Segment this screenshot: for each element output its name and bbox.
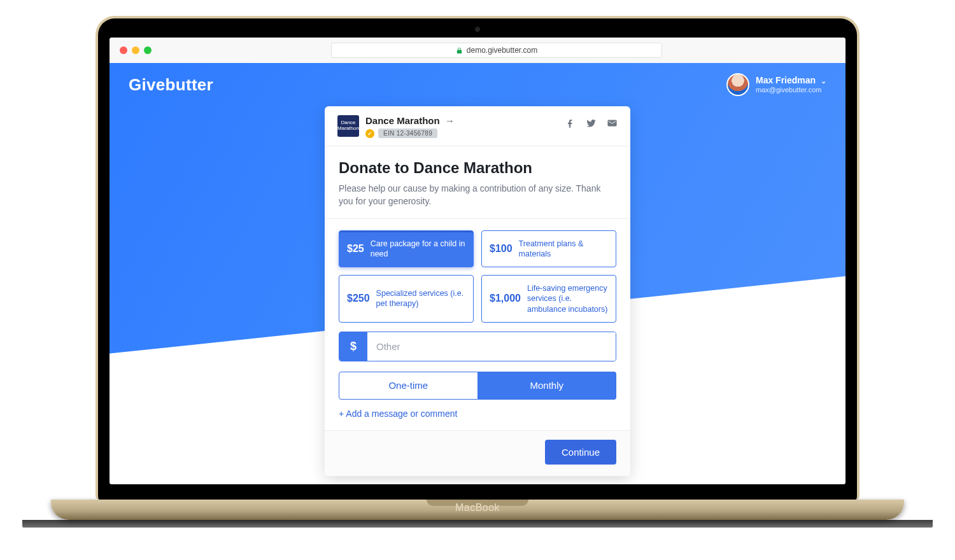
traffic-lights — [120, 46, 152, 54]
form-subtitle: Please help our cause by making a contri… — [339, 182, 616, 208]
avatar — [726, 73, 749, 96]
add-message-link[interactable]: + Add a message or comment — [325, 409, 630, 430]
laptop-frame: demo.givebutter.com Givebutter Max Fr — [96, 16, 860, 500]
twitter-icon[interactable] — [586, 118, 597, 130]
donation-card: Dance Marathon Dance Marathon → EIN 12-3… — [325, 106, 630, 476]
user-menu[interactable]: Max Friedman ⌄ max@givebutter.com — [726, 73, 826, 96]
window-close-button[interactable] — [120, 46, 127, 54]
amount-label: $25 — [347, 243, 364, 255]
screen: demo.givebutter.com Givebutter Max Fr — [110, 38, 845, 484]
amount-label: $1,000 — [490, 293, 521, 304]
user-email: max@givebutter.com — [756, 86, 826, 94]
facebook-icon[interactable] — [565, 118, 576, 130]
frequency-onetime-button[interactable]: One-time — [339, 372, 478, 400]
url-text: demo.givebutter.com — [467, 46, 537, 55]
amount-option-250[interactable]: $250 Specialized services (i.e. pet ther… — [339, 275, 474, 323]
laptop-hinge: MacBook — [51, 500, 904, 520]
screen-bezel: demo.givebutter.com Givebutter Max Fr — [96, 16, 860, 500]
browser-chrome: demo.givebutter.com — [110, 38, 845, 64]
campaign-logo: Dance Marathon — [337, 115, 359, 137]
currency-symbol: $ — [339, 332, 367, 361]
verified-badge-icon — [365, 129, 374, 138]
table-edge — [22, 520, 933, 528]
form-title: Donate to Dance Marathon — [339, 159, 616, 177]
app-header: Givebutter Max Friedman ⌄ max@givebutter… — [110, 63, 845, 106]
url-bar[interactable]: demo.givebutter.com — [331, 43, 662, 58]
amount-desc: Life-saving emergency services (i.e. amb… — [527, 283, 608, 314]
user-name: Max Friedman — [756, 75, 816, 85]
ein-chip: EIN 12-3456789 — [378, 129, 437, 138]
amount-label: $100 — [490, 243, 513, 255]
amount-option-1000[interactable]: $1,000 Life-saving emergency services (i… — [481, 275, 616, 323]
arrow-right-icon: → — [445, 115, 455, 126]
amount-options: $25 Care package for a child in need $10… — [325, 219, 630, 332]
amount-label: $250 — [347, 293, 370, 304]
brand-logo[interactable]: Givebutter — [129, 75, 213, 95]
frequency-monthly-button[interactable]: Monthly — [478, 372, 617, 400]
amount-desc: Specialized services (i.e. pet therapy) — [376, 288, 465, 309]
other-amount-input[interactable] — [367, 332, 616, 361]
amount-desc: Treatment plans & materials — [519, 239, 608, 260]
device-label: MacBook — [455, 502, 500, 514]
campaign-link[interactable]: Dance Marathon → — [365, 115, 455, 126]
continue-button[interactable]: Continue — [545, 440, 616, 465]
window-minimize-button[interactable] — [132, 46, 139, 54]
chevron-down-icon: ⌄ — [821, 77, 826, 85]
amount-option-25[interactable]: $25 Care package for a child in need — [339, 230, 474, 268]
other-amount-field[interactable]: $ — [339, 332, 616, 361]
lock-icon — [456, 46, 463, 54]
window-zoom-button[interactable] — [144, 46, 152, 54]
amount-option-100[interactable]: $100 Treatment plans & materials — [481, 230, 616, 268]
campaign-name: Dance Marathon — [365, 115, 440, 126]
email-icon[interactable] — [607, 118, 618, 130]
amount-desc: Care package for a child in need — [371, 239, 465, 260]
